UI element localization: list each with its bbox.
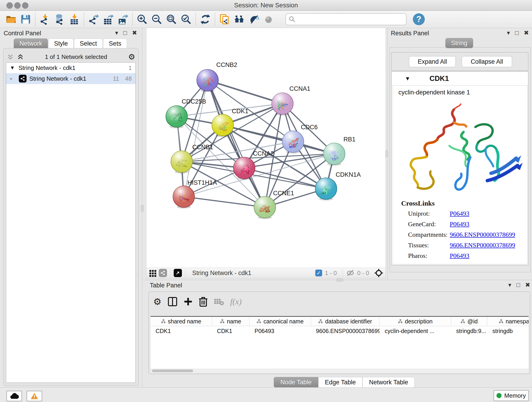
duplicate-network-button[interactable] — [218, 13, 231, 26]
table-cell[interactable]: cyclin-dependent ... — [380, 326, 451, 336]
table-icon — [104, 19, 111, 24]
crosslink-link[interactable]: P06493 — [450, 252, 469, 259]
network-node-CDC6[interactable] — [282, 131, 304, 153]
network-graph[interactable]: CCNB2CCNA1CDC25BCDK1CDC6RB1CCNB1CCNA2CDK… — [146, 28, 386, 268]
help-button[interactable]: ? — [413, 13, 425, 25]
tab-network[interactable]: Network — [14, 38, 48, 49]
column-header-5[interactable]: @id — [451, 317, 487, 326]
tab-edge-table[interactable]: Edge Table — [318, 377, 362, 388]
gear-icon[interactable]: ⚙ — [153, 297, 162, 306]
zoom-fit-button[interactable] — [165, 13, 177, 26]
zoom-out-button[interactable] — [151, 13, 163, 26]
table-hscrollbar-thumb[interactable] — [152, 370, 193, 372]
network-share-icon[interactable] — [159, 269, 167, 277]
tab-string[interactable]: String — [445, 38, 473, 48]
grid-view-icon[interactable] — [149, 269, 157, 277]
network-tree-row-selected[interactable]: ● String Network - cdk1 11 48 — [6, 73, 135, 84]
panel-float-icon[interactable]: □ — [515, 29, 519, 36]
panel-float-icon[interactable]: □ — [123, 29, 127, 36]
network-node-CDC25B[interactable] — [166, 106, 187, 128]
table-cell[interactable]: CDK1 — [212, 326, 249, 336]
table-row[interactable]: CDK1CDK1P064939606.ENSP00000378699cyclin… — [151, 326, 529, 336]
network-node-CCNA1[interactable] — [272, 93, 293, 115]
network-tree-root-row[interactable]: ▼ String Network - cdk1 1 — [6, 63, 135, 73]
tab-style[interactable]: Style — [48, 38, 74, 49]
import-table-button[interactable] — [68, 13, 80, 26]
hide-details-button[interactable] — [248, 13, 260, 26]
panel-menu-icon[interactable]: ▾ — [508, 281, 511, 288]
columns-icon[interactable] — [167, 297, 177, 307]
search-input[interactable] — [296, 16, 403, 23]
column-header-2[interactable]: canonical name — [249, 317, 311, 326]
node-description: cyclin-dependent kinase 1 — [399, 89, 470, 96]
selected-checkbox-icon[interactable]: ✓ — [315, 269, 322, 276]
network-node-HIST1H1A[interactable] — [173, 186, 195, 209]
crosslink-link[interactable]: P06493 — [450, 220, 469, 228]
table-hscrollbar[interactable] — [151, 369, 529, 373]
crosslink-link[interactable]: 9606.ENSP00000378699 — [450, 231, 515, 238]
collapse-all-button[interactable]: Collapse All — [462, 56, 512, 67]
expand-all-icon[interactable] — [17, 53, 24, 60]
tree-expand-icon[interactable]: ▼ — [10, 65, 15, 71]
zoom-in-button[interactable] — [136, 13, 148, 26]
panel-close-icon[interactable]: ✖ — [525, 281, 530, 288]
import-network-from-database-button[interactable] — [53, 13, 66, 26]
panel-close-icon[interactable]: ✖ — [132, 29, 137, 36]
node-result-header[interactable]: ▼ CDK1 — [392, 72, 528, 86]
search-box[interactable] — [285, 13, 406, 25]
export-table-button[interactable] — [102, 13, 114, 26]
tab-node-table[interactable]: Node Table — [274, 377, 318, 388]
panel-menu-icon[interactable]: ▾ — [507, 29, 510, 36]
crosshair-icon[interactable] — [374, 268, 383, 278]
crosslink-link[interactable]: P06493 — [450, 210, 469, 217]
table-cell[interactable]: 9606.ENSP00000378699 — [311, 326, 380, 336]
warning-status-button[interactable] — [27, 391, 42, 401]
column-header-6[interactable]: namespace — [487, 317, 529, 326]
import-network-button[interactable] — [39, 13, 51, 26]
table-cell[interactable]: CDK1 — [151, 326, 212, 336]
export-network-button[interactable] — [87, 13, 100, 26]
network-node-CCNA2[interactable] — [234, 157, 255, 180]
open-session-button[interactable] — [5, 13, 17, 26]
memory-button[interactable]: Memory — [494, 390, 529, 401]
open-in-window-icon[interactable] — [174, 269, 182, 277]
column-header-0[interactable]: shared name — [151, 317, 212, 326]
table-panel-title: Table Panel — [150, 282, 182, 289]
window-title: Session: New Session — [0, 0, 532, 11]
export-image-button[interactable] — [117, 13, 129, 26]
warning-icon — [31, 393, 38, 400]
column-header-3[interactable]: database identifier — [311, 317, 380, 326]
panel-float-icon[interactable]: □ — [516, 281, 520, 288]
table-cell[interactable]: stringdb:9... — [451, 326, 487, 336]
save-session-button[interactable] — [19, 13, 32, 26]
first-neighbors-button[interactable] — [233, 13, 245, 26]
trash-icon[interactable] — [199, 297, 208, 307]
collapse-all-icon[interactable] — [7, 53, 14, 60]
network-canvas[interactable]: CCNB2CCNA1CDC25BCDK1CDC6RB1CCNB1CCNA2CDK… — [146, 28, 386, 268]
collapse-section-icon[interactable]: ▼ — [405, 75, 410, 82]
column-header-1[interactable]: name — [212, 317, 249, 326]
column-header-4[interactable]: description — [380, 317, 451, 326]
table-cell[interactable]: stringdb — [487, 326, 529, 336]
show-details-button[interactable] — [262, 13, 275, 26]
tab-sets[interactable]: Sets — [103, 38, 127, 49]
tab-network-table[interactable]: Network Table — [362, 377, 415, 388]
add-column-icon[interactable] — [184, 297, 193, 306]
expand-all-button[interactable]: Expand All — [409, 56, 456, 67]
refresh-button[interactable] — [199, 13, 211, 26]
zoom-selected-button[interactable] — [180, 13, 192, 26]
table-cell[interactable]: P06493 — [249, 326, 311, 336]
left-splitter-handle[interactable] — [141, 205, 144, 212]
crosslink-label: Uniprot: — [408, 210, 450, 217]
tab-select[interactable]: Select — [74, 38, 103, 49]
crosslink-link[interactable]: 9606.ENSP00000378699 — [450, 242, 515, 249]
panel-menu-icon[interactable]: ▾ — [115, 29, 118, 36]
control-panel-tabs: Network Style Select Sets — [14, 38, 127, 49]
results-panel-window-buttons: ▾ □ ✖ — [503, 29, 529, 36]
panel-close-icon[interactable]: ✖ — [524, 29, 529, 36]
gear-icon[interactable]: ⚙ — [128, 53, 135, 61]
network-node-CDKN1A[interactable] — [315, 178, 337, 201]
cloud-status-button[interactable] — [6, 391, 22, 401]
network-node-RB1[interactable] — [323, 143, 345, 166]
network-node-CCNE1[interactable] — [254, 196, 276, 219]
